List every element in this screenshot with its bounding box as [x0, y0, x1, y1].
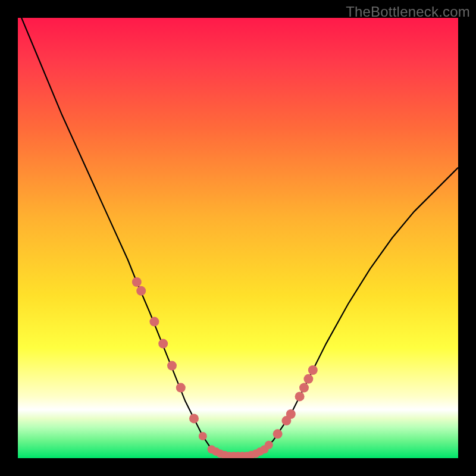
curve-marker	[167, 361, 177, 371]
curve-marker	[199, 432, 207, 440]
curve-marker	[273, 429, 283, 439]
curve-marker	[136, 286, 146, 296]
curve-marker	[158, 339, 168, 349]
chart-svg-layer	[18, 18, 458, 458]
curve-markers	[132, 277, 318, 458]
chart-frame: TheBottleneck.com	[0, 0, 476, 476]
curve-marker	[132, 277, 142, 287]
curve-marker	[265, 441, 273, 449]
curve-marker	[149, 317, 159, 327]
curve-path	[18, 18, 458, 456]
curve-marker	[299, 383, 309, 393]
bottleneck-curve	[18, 18, 458, 456]
curve-marker	[303, 374, 313, 384]
curve-marker	[286, 409, 296, 419]
chart-plot-area	[18, 18, 458, 458]
watermark-text: TheBottleneck.com	[346, 4, 470, 20]
curve-marker	[308, 365, 318, 375]
curve-marker	[189, 414, 199, 423]
curve-marker	[295, 392, 305, 401]
curve-marker	[176, 383, 186, 393]
